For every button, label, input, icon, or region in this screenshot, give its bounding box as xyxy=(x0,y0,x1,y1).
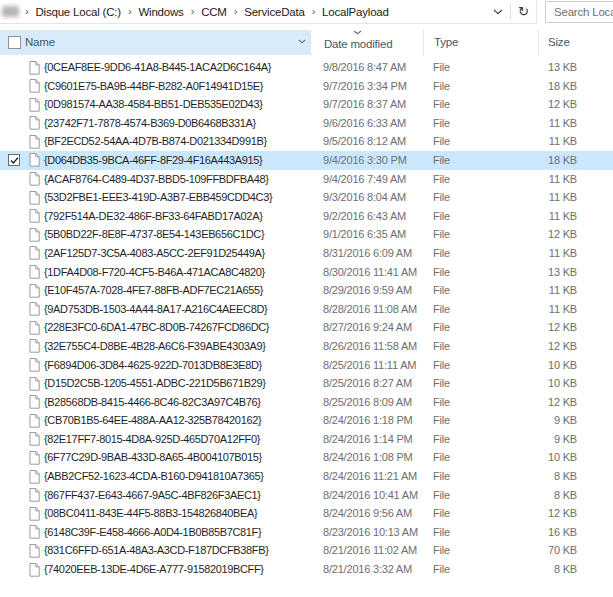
file-type: File xyxy=(433,448,450,467)
column-header-date-modified[interactable]: Date modified xyxy=(310,30,423,55)
file-date-modified: 8/25/2016 11:11 AM xyxy=(323,356,416,375)
file-type: File xyxy=(433,430,450,449)
file-name: {867FF437-E643-4667-9A5C-4BF826F3AEC1} xyxy=(44,486,261,505)
file-explorer-window: ›Disque Local (C:)›Windows›CCM›ServiceDa… xyxy=(0,0,613,597)
item-checkbox-checked[interactable] xyxy=(8,154,20,166)
file-row[interactable]: {CB70B1B5-64EE-488A-AA12-325B78420162}8/… xyxy=(0,411,613,430)
file-type: File xyxy=(433,504,450,523)
file-type: File xyxy=(433,170,450,189)
file-icon xyxy=(29,470,40,484)
breadcrumb-separator-icon: › xyxy=(122,6,137,17)
file-row[interactable]: {82E17FF7-8015-4D8A-925D-465D70A12FF0}8/… xyxy=(0,430,613,449)
file-date-modified: 8/29/2016 9:59 AM xyxy=(323,281,412,300)
breadcrumb-separator-icon: › xyxy=(185,6,200,17)
file-date-modified: 8/21/2016 11:02 AM xyxy=(323,541,417,560)
file-name: {32E755C4-D8BE-4B28-A6C6-F39ABE4303A9} xyxy=(44,337,266,356)
file-size: 11 KB xyxy=(480,132,577,151)
file-row[interactable]: {ABB2CF52-1623-4CDA-B160-D941810A7365}8/… xyxy=(0,467,613,486)
breadcrumb-item[interactable]: Disque Local (C:) xyxy=(34,6,121,18)
file-name: {0CEAF8EE-9DD6-41A8-B445-1ACA2D6C164A} xyxy=(44,58,271,77)
file-date-modified: 8/26/2016 11:58 AM xyxy=(323,337,417,356)
file-name: {E10F457A-7028-4FE7-88FB-ADF7EC21A655} xyxy=(44,281,263,300)
file-row[interactable]: {B28568DB-8415-4466-8C46-82C3A97C4B76}8/… xyxy=(0,393,613,412)
breadcrumb-item[interactable]: Windows xyxy=(137,6,184,18)
file-type: File xyxy=(433,523,450,542)
column-header-type[interactable]: Type xyxy=(423,30,538,55)
file-row[interactable]: {792F514A-DE32-486F-BF33-64FABD17A02A}9/… xyxy=(0,207,613,226)
breadcrumb: ›Disque Local (C:)›Windows›CCM›ServiceDa… xyxy=(19,6,390,18)
file-type: File xyxy=(433,281,450,300)
file-type: File xyxy=(433,486,450,505)
address-dropdown-icon[interactable] xyxy=(486,0,510,23)
file-icon xyxy=(29,377,40,391)
explorer-topbar: ›Disque Local (C:)›Windows›CCM›ServiceDa… xyxy=(0,0,613,25)
file-name: {82E17FF7-8015-4D8A-925D-465D70A12FF0} xyxy=(44,430,260,449)
file-row[interactable]: {228E3FC0-6DA1-47BC-8D0B-74267FCD86DC}8/… xyxy=(0,318,613,337)
file-icon xyxy=(29,339,40,353)
file-type: File xyxy=(433,77,450,96)
file-date-modified: 9/7/2016 3:34 PM xyxy=(323,77,407,96)
file-row[interactable]: {BF2ECD52-54AA-4D7B-B874-D021334D991B}9/… xyxy=(0,132,613,151)
breadcrumb-item[interactable]: LocalPayload xyxy=(321,6,390,18)
name-filter-chevron-icon[interactable] xyxy=(298,39,306,44)
file-row[interactable]: {0D981574-AA38-4584-BB51-DEB535E02D43}9/… xyxy=(0,95,613,114)
file-name: {1DFA4D08-F720-4CF5-B46A-471ACA8C4820} xyxy=(44,263,265,282)
file-row[interactable]: {867FF437-E643-4667-9A5C-4BF826F3AEC1}8/… xyxy=(0,486,613,505)
file-name: {2AF125D7-3C5A-4083-A5CC-2EF91D25449A} xyxy=(44,244,265,263)
search-input[interactable] xyxy=(546,2,613,22)
file-name: {ABB2CF52-1623-4CDA-B160-D941810A7365} xyxy=(44,467,264,486)
file-row[interactable]: {9AD753DB-1503-4A44-8A17-A216C4AEEC8D}8/… xyxy=(0,300,613,319)
file-type: File xyxy=(433,114,450,133)
file-icon xyxy=(29,172,40,186)
file-name: {53D2FBE1-EEE3-419D-A3B7-EBB459CDD4C3} xyxy=(44,188,272,207)
file-row[interactable]: {6148C39F-E458-4666-A0D4-1B0B85B7C81F}8/… xyxy=(0,523,613,542)
file-row[interactable]: {74020EEB-13DE-4D6E-A777-91582019BCFF}8/… xyxy=(0,560,613,579)
file-row[interactable]: {F6894D06-3D84-4625-922D-7013DB8E3E8D}8/… xyxy=(0,356,613,375)
file-row[interactable]: {53D2FBE1-EEE3-419D-A3B7-EBB459CDD4C3}9/… xyxy=(0,188,613,207)
file-row[interactable]: {6F77C29D-9BAB-433D-8A65-4B004107B015}8/… xyxy=(0,448,613,467)
file-row[interactable]: {E10F457A-7028-4FE7-88FB-ADF7EC21A655}8/… xyxy=(0,281,613,300)
column-label-size: Size xyxy=(548,36,570,48)
file-icon xyxy=(29,98,40,112)
file-row[interactable]: {0CEAF8EE-9DD6-41A8-B445-1ACA2D6C164A}9/… xyxy=(0,58,613,77)
file-icon xyxy=(29,284,40,298)
select-all-checkbox[interactable] xyxy=(8,36,21,49)
breadcrumb-item[interactable]: ServiceData xyxy=(243,6,305,18)
refresh-button[interactable]: ↻ xyxy=(511,0,536,23)
search-box[interactable] xyxy=(545,1,613,23)
file-type: File xyxy=(433,560,450,579)
file-row[interactable]: {D064DB35-9BCA-46FF-8F29-4F16A443A915}9/… xyxy=(0,151,613,170)
file-row[interactable]: {32E755C4-D8BE-4B28-A6C6-F39ABE4303A9}8/… xyxy=(0,337,613,356)
file-icon xyxy=(29,451,40,465)
column-header-name[interactable]: Name xyxy=(0,30,310,55)
file-row[interactable]: {1DFA4D08-F720-4CF5-B46A-471ACA8C4820}8/… xyxy=(0,263,613,282)
file-row[interactable]: {23742F71-7878-4574-B369-D0B6468B331A}9/… xyxy=(0,114,613,133)
file-name: {228E3FC0-6DA1-47BC-8D0B-74267FCD86DC} xyxy=(44,318,269,337)
file-date-modified: 8/23/2016 10:13 AM xyxy=(323,523,418,542)
file-row[interactable]: {831C6FFD-651A-48A3-A3CD-F187DCFB38FB}8/… xyxy=(0,541,613,560)
address-bar[interactable]: ›Disque Local (C:)›Windows›CCM›ServiceDa… xyxy=(0,0,537,24)
file-row[interactable]: {5B0BD22F-8E8F-4737-8E54-143EB656C1DC}9/… xyxy=(0,225,613,244)
file-row[interactable]: {D15D2C5B-1205-4551-ADBC-221D5B671B29}8/… xyxy=(0,374,613,393)
column-header-size[interactable]: Size xyxy=(538,30,613,55)
file-type: File xyxy=(433,300,450,319)
file-size: 8 KB xyxy=(480,467,577,486)
file-icon xyxy=(29,116,40,130)
file-row[interactable]: {C9601E75-BA9B-44BF-B282-A0F14941D15E}9/… xyxy=(0,77,613,96)
file-row[interactable]: {ACAF8764-C489-4D37-BBD5-109FFBDFBA48}9/… xyxy=(0,170,613,189)
file-size: 12 KB xyxy=(480,95,577,114)
file-type: File xyxy=(433,318,450,337)
breadcrumb-item[interactable]: CCM xyxy=(200,6,228,18)
file-type: File xyxy=(433,263,450,282)
file-icon xyxy=(29,302,40,316)
file-icon xyxy=(29,432,40,446)
file-type: File xyxy=(433,411,450,430)
file-name: {C9601E75-BA9B-44BF-B282-A0F14941D15E} xyxy=(44,77,263,96)
file-row[interactable]: {08BC0411-843E-44F5-88B3-154826840BEA}8/… xyxy=(0,504,613,523)
file-type: File xyxy=(433,337,450,356)
file-date-modified: 9/2/2016 6:43 AM xyxy=(323,207,406,226)
file-row[interactable]: {2AF125D7-3C5A-4083-A5CC-2EF91D25449A}8/… xyxy=(0,244,613,263)
column-label-name: Name xyxy=(25,36,55,48)
file-type: File xyxy=(433,467,450,486)
file-date-modified: 8/24/2016 1:14 PM xyxy=(323,430,413,449)
